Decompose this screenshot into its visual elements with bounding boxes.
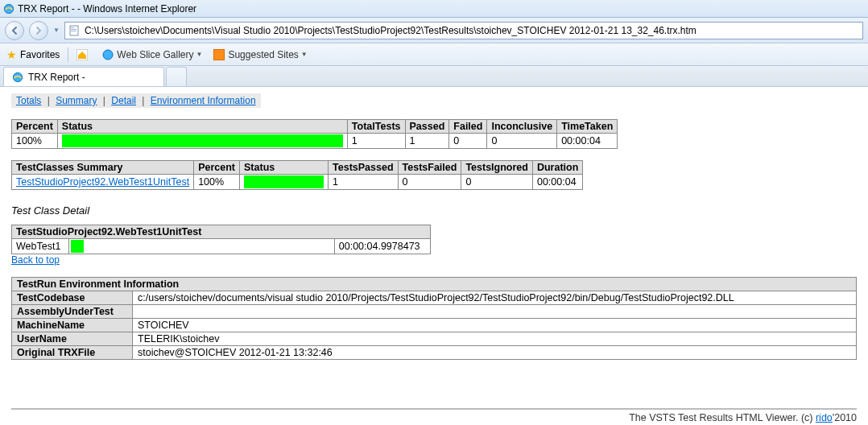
- col-status: Status: [57, 120, 347, 134]
- cell-status: [57, 134, 347, 149]
- cell-duration: 00:00:04: [532, 175, 582, 190]
- table-row: TestCodebasec:/users/stoichev/documents/…: [12, 291, 857, 305]
- svg-rect-3: [71, 29, 76, 30]
- cell-time: 00:00:04: [557, 134, 618, 149]
- section-title-detail: Test Class Detail: [11, 204, 857, 217]
- tab-active[interactable]: TRX Report -: [3, 67, 164, 86]
- env-val: stoichev@STOICHEV 2012-01-21 13:32:46: [133, 346, 857, 360]
- progress-bar-green: [62, 134, 343, 147]
- env-val: STOICHEV: [133, 319, 857, 332]
- col-ignored: TestsIgnored: [461, 161, 533, 175]
- window-title: TRX Report - - Windows Internet Explorer: [18, 3, 196, 14]
- table-header-row: TestStudioProject92.WebTest1UnitTest: [12, 225, 431, 239]
- favorites-label[interactable]: Favorites: [20, 49, 60, 60]
- detail-class-header: TestStudioProject92.WebTest1UnitTest: [12, 225, 431, 239]
- table-header-row: Percent Status TotalTests Passed Failed …: [12, 120, 618, 134]
- svg-point-6: [103, 50, 113, 60]
- env-key: TestCodebase: [12, 291, 133, 305]
- cell-percent: 100%: [194, 175, 240, 190]
- cell-testname: WebTest1: [12, 239, 69, 254]
- page-content: Totals | Summary | Detail | Environment …: [0, 87, 868, 425]
- report-nav-links: Totals | Summary | Detail | Environment …: [11, 93, 261, 108]
- col-duration: Duration: [532, 161, 582, 175]
- col-failed: Failed: [449, 120, 487, 134]
- col-percent: Percent: [194, 161, 240, 175]
- ie-logo-icon: [12, 72, 23, 83]
- totals-table: Percent Status TotalTests Passed Failed …: [11, 119, 618, 149]
- progress-bar-green: [244, 175, 324, 188]
- cell-failed: 0: [398, 175, 461, 190]
- window-titlebar: TRX Report - - Windows Internet Explorer: [0, 0, 868, 18]
- col-percent: Percent: [12, 120, 58, 134]
- page-icon: [102, 49, 114, 60]
- col-total: TotalTests: [347, 120, 405, 134]
- status-indicator-green: [71, 240, 84, 253]
- table-row: MachineNameSTOICHEV: [12, 319, 857, 332]
- env-val: c:/users/stoichev/documents/visual studi…: [133, 291, 857, 305]
- cell-status: [68, 239, 334, 254]
- link-testclass[interactable]: TestStudioProject92.WebTest1UnitTest: [16, 176, 189, 188]
- cell-passed: 1: [329, 175, 399, 190]
- footer-text-a: The VSTS Test Results HTML Viewer. (c): [629, 412, 816, 423]
- env-header: TestRun Environment Information: [12, 278, 857, 291]
- fav-item-suggested[interactable]: Suggested Sites ▼: [213, 49, 307, 60]
- table-header-row: TestClasses Summary Percent Status Tests…: [12, 161, 583, 175]
- col-time: TimeTaken: [557, 120, 618, 134]
- cell-total: 1: [347, 134, 405, 149]
- svg-rect-2: [71, 27, 74, 28]
- cell-failed: 0: [449, 134, 487, 149]
- forward-button[interactable]: [29, 21, 48, 40]
- table-row: TestStudioProject92.WebTest1UnitTest 100…: [12, 175, 583, 190]
- separator: [68, 47, 68, 62]
- cell-passed: 1: [405, 134, 449, 149]
- footer-text-b: '2010: [833, 412, 857, 423]
- back-button[interactable]: [5, 21, 24, 40]
- cell-inconclusive: 0: [487, 134, 557, 149]
- cell-percent: 100%: [12, 134, 58, 149]
- detail-table: TestStudioProject92.WebTest1UnitTest Web…: [11, 225, 431, 254]
- svg-rect-4: [71, 31, 76, 31]
- page-icon: [68, 25, 80, 36]
- link-env[interactable]: Environment Information: [151, 95, 256, 106]
- new-tab-button[interactable]: [166, 67, 187, 86]
- tab-title: TRX Report -: [28, 72, 85, 83]
- table-row: UserNameTELERIK\stoichev: [12, 332, 857, 346]
- env-key: MachineName: [12, 319, 133, 332]
- webslice-label: Web Slice Gallery: [117, 49, 193, 60]
- chevron-down-icon: ▼: [301, 51, 308, 58]
- nav-history-dropdown-icon[interactable]: ▼: [53, 27, 60, 34]
- col-failed: TestsFailed: [398, 161, 461, 175]
- footer: The VSTS Test Results HTML Viewer. (c) r…: [11, 408, 857, 423]
- table-row: WebTest1 00:00:04.9978473: [12, 239, 431, 254]
- suggested-icon: [213, 49, 225, 60]
- fav-item-webslice[interactable]: Web Slice Gallery ▼: [102, 49, 202, 60]
- cell-duration: 00:00:04.9978473: [334, 239, 430, 254]
- table-row: AssemblyUnderTest: [12, 305, 857, 319]
- col-passed: Passed: [405, 120, 449, 134]
- col-inconclusive: Inconclusive: [487, 120, 557, 134]
- url-input[interactable]: [83, 24, 859, 37]
- favorites-bar: ★ Favorites Web Slice Gallery ▼ Suggeste…: [0, 43, 868, 66]
- env-key: AssemblyUnderTest: [12, 305, 133, 319]
- favorites-star-icon[interactable]: ★: [6, 48, 17, 61]
- summary-table: TestClasses Summary Percent Status Tests…: [11, 160, 583, 190]
- link-detail[interactable]: Detail: [111, 95, 136, 106]
- cell-class: TestStudioProject92.WebTest1UnitTest: [12, 175, 194, 190]
- env-key: UserName: [12, 332, 133, 346]
- table-row: 100% 1 1 0 0 00:00:04: [12, 134, 618, 149]
- col-class: TestClasses Summary: [12, 161, 194, 175]
- env-val: [133, 305, 857, 319]
- nav-toolbar: ▼: [0, 18, 868, 43]
- home-icon: [76, 49, 88, 60]
- env-key: Original TRXFile: [12, 346, 133, 360]
- fav-item-home[interactable]: [76, 49, 91, 60]
- footer-link[interactable]: rido: [816, 412, 833, 423]
- link-totals[interactable]: Totals: [16, 95, 41, 106]
- chevron-down-icon: ▼: [196, 51, 203, 58]
- address-bar[interactable]: [64, 22, 863, 39]
- col-status: Status: [240, 161, 329, 175]
- tab-strip: TRX Report -: [0, 66, 868, 87]
- link-back-to-top[interactable]: Back to top: [11, 254, 60, 266]
- suggested-label: Suggested Sites: [228, 49, 298, 60]
- link-summary[interactable]: Summary: [56, 95, 97, 106]
